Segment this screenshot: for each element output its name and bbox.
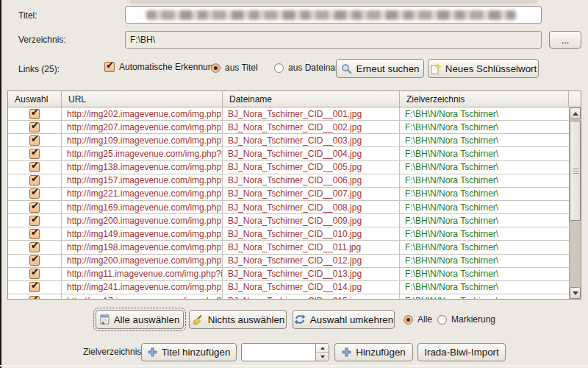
verzeichnis-input[interactable]: F:\BH\ [125,31,542,49]
row-checkbox[interactable]: ✔ [29,296,40,299]
invert-selection-button[interactable]: Auswahl umkehren [293,310,395,329]
auto-detect-checkbox[interactable]: ✔ [104,62,115,72]
titel-input[interactable] [125,6,542,24]
search-icon [341,63,352,74]
vertical-scrollbar[interactable] [569,107,581,299]
spinner-value[interactable] [242,344,315,361]
table-row[interactable]: ✔ http://img221.imagevenue.com/img.php?i… [8,188,569,201]
row-zielverzeichnis: F:\BH\N/Nora Tschirner\ [400,227,569,240]
table-row[interactable]: ✔ http://img109.imagevenue.com/img.php?i… [8,134,569,147]
row-dateiname: BJ_Nora_Tschirner_CID__014.jpg [223,281,400,294]
row-dateiname: BJ_Nora_Tschirner_CID__011.jpg [223,241,400,253]
header-zielverzeichnis[interactable]: Zielverzeichnis [400,91,569,107]
new-keyword-button[interactable]: Neues Schlüsselwort [428,59,539,78]
table-body: ✔ http://img202.imagevenue.com/img.php?i… [8,107,569,299]
table-row[interactable]: ✔ http://img200.imagevenue.com/img.php?i… [8,214,569,227]
table-row[interactable]: ✔ http://img17.imagevenue.com/img.php?im… [8,294,569,299]
scope-all-radio[interactable] [404,315,413,325]
auto-detect-label: Automatische Erkennung [119,62,218,72]
table-row[interactable]: ✔ http://img207.imagevenue.com/img.php?i… [8,121,569,134]
row-url: http://img138.imagevenue.com/img.php?i..… [62,161,223,174]
table-row[interactable]: ✔ http://img169.imagevenue.com/img.php?i… [8,201,569,214]
row-checkbox[interactable]: ✔ [29,216,40,226]
select-none-button[interactable]: Nichts auswählen [189,310,287,329]
table-row[interactable]: ✔ http://img200.imagevenue.com/img.php?i… [8,255,569,268]
scroll-up-button[interactable] [570,107,581,119]
table-row[interactable]: ✔ http://img198.imagevenue.com/img.php?i… [8,241,569,254]
target-dir-spinner[interactable] [241,343,329,361]
from-title-radio[interactable] [211,63,220,73]
spinner-down-button[interactable] [316,352,329,361]
row-checkbox[interactable]: ✔ [29,175,40,185]
row-checkbox[interactable]: ✔ [29,135,40,146]
checkmark-icon: ✔ [31,174,39,185]
row-dateiname: BJ_Nora_Tschirner_CID__012.jpg [223,255,400,267]
table-row[interactable]: ✔ http://img25.imagevenue.com/img.php?im… [8,147,569,160]
from-title-control[interactable]: aus Titel [211,63,258,73]
row-url: http://img109.imagevenue.com/img.php?i..… [62,134,223,146]
scroll-down-button[interactable] [570,287,581,299]
header-url[interactable]: URL [62,91,223,107]
table-row[interactable]: ✔ http://img241.imagevenue.com/img.php?i… [8,281,569,294]
new-keyword-button-label: Neues Schlüsselwort [445,63,537,74]
row-url: http://img198.imagevenue.com/img.php?i..… [62,241,223,253]
browse-button[interactable]: ... [549,31,581,49]
row-checkbox[interactable]: ✔ [29,242,40,252]
scope-all-control[interactable]: Alle [404,314,432,325]
research-button[interactable]: Erneut suchen [336,59,424,78]
header-dateiname[interactable]: Dateiname [223,91,400,107]
row-checkbox[interactable]: ✔ [29,109,40,119]
row-url: http://img202.imagevenue.com/img.php?i..… [62,107,223,120]
table-row[interactable]: ✔ http://img157.imagevenue.com/img.php?i… [8,174,569,188]
target-dir-label: Zielverzeichnis: [83,347,144,357]
checkmark-icon: ✔ [31,281,39,291]
scrollbar-grip [573,169,578,174]
row-dateiname: BJ_Nora_Tschirner_CID__015.jpg [223,294,400,299]
from-title-label: aus Titel [225,63,258,73]
auto-detect-control[interactable]: ✔ Automatische Erkennung [104,62,218,72]
arrow-up-icon [573,112,578,116]
add-title-label: Titel hinzufügen [162,347,231,358]
select-all-icon [100,314,110,325]
table-row[interactable]: ✔ http://img11.imagevenue.com/img.php?im… [8,268,569,281]
row-dateiname: BJ_Nora_Tschirner_CID__013.jpg [223,268,400,280]
row-zielverzeichnis: F:\BH\N/Nora Tschirner\ [400,174,569,187]
add-title-button[interactable]: Titel hinzufügen [141,343,237,361]
irada-biwi-import-button[interactable]: Irada-Biwi-Import [417,343,506,361]
row-dateiname: BJ_Nora_Tschirner_CID__007.jpg [223,188,400,200]
checkmark-icon: ✔ [31,107,39,118]
spinner-up-button[interactable] [316,344,329,352]
row-checkbox[interactable]: ✔ [29,122,40,132]
row-checkbox[interactable]: ✔ [29,162,40,172]
row-checkbox[interactable]: ✔ [29,149,40,159]
plus-icon [148,347,157,357]
row-url: http://img11.imagevenue.com/img.php?im..… [62,268,223,280]
scrollbar-thumb[interactable] [570,121,581,221]
select-all-button[interactable]: Alle auswählen [96,310,184,329]
header-auswahl[interactable]: Auswahl [8,91,62,107]
checkmark-icon: ✔ [31,147,39,158]
checkmark-icon: ✔ [31,161,39,171]
add-button[interactable]: Hinzufügen [334,343,413,361]
row-checkbox[interactable]: ✔ [29,202,40,213]
table-row[interactable]: ✔ http://img202.imagevenue.com/img.php?i… [8,107,569,121]
row-url: http://img17.imagevenue.com/img.php?im..… [62,294,223,299]
row-checkbox[interactable]: ✔ [29,188,40,199]
table-row[interactable]: ✔ http://img149.imagevenue.com/img.php?i… [8,227,569,241]
row-checkbox[interactable]: ✔ [29,282,40,292]
table-row[interactable]: ✔ http://img138.imagevenue.com/img.php?i… [8,161,569,174]
row-zielverzeichnis: F:\BH\N/Nora Tschirner\ [400,294,569,299]
scope-marking-radio[interactable] [437,315,447,325]
row-checkbox[interactable]: ✔ [29,229,40,239]
scope-marking-control[interactable]: Markierung [437,314,495,325]
row-checkbox[interactable]: ✔ [29,269,40,279]
row-checkbox[interactable]: ✔ [29,255,40,266]
row-url: http://img207.imagevenue.com/img.php?i..… [62,121,223,133]
row-url: http://img157.imagevenue.com/img.php?i..… [62,174,223,187]
row-dateiname: BJ_Nora_Tschirner_CID__010.jpg [223,227,400,240]
row-zielverzeichnis: F:\BH\N/Nora Tschirner\ [400,121,569,133]
from-filename-radio[interactable] [274,63,284,73]
row-url: http://img200.imagevenue.com/img.php?i..… [62,214,223,227]
new-document-icon [430,63,441,74]
header-scrollbar-pad [569,91,581,107]
